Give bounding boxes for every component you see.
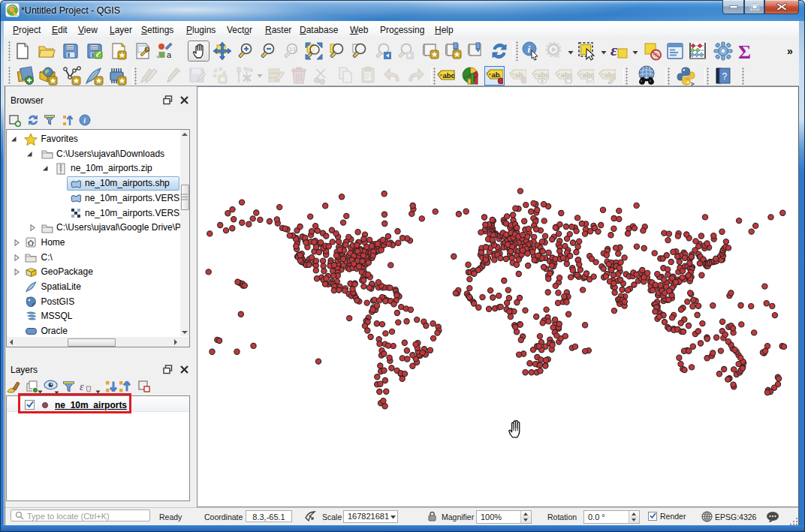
svg-text:a: a: [167, 50, 172, 59]
svg-text:abc: abc: [443, 71, 455, 80]
svg-text:1:1: 1:1: [289, 47, 296, 52]
svg-text:i: i: [528, 44, 531, 55]
svg-text:abc: abc: [605, 71, 617, 79]
svg-text:abc: abc: [561, 71, 573, 79]
svg-text:abc: abc: [538, 71, 550, 79]
svg-text:ε: ε: [611, 41, 617, 59]
svg-text:ab: ab: [515, 71, 523, 79]
svg-text:Σ: Σ: [738, 41, 751, 61]
svg-text:abc: abc: [583, 71, 595, 79]
svg-text:ab: ab: [492, 71, 500, 79]
svg-text:?: ?: [722, 71, 728, 82]
svg-text:ε: ε: [80, 381, 84, 392]
svg-text:i: i: [83, 116, 86, 125]
